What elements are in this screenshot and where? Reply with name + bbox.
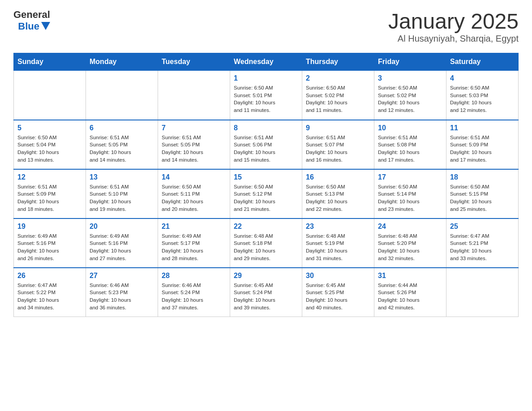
day-info: Sunrise: 6:50 AMSunset: 5:11 PMDaylight:… bbox=[162, 183, 226, 213]
weekday-header-cell: Wednesday bbox=[230, 53, 302, 71]
weekday-header-cell: Thursday bbox=[302, 53, 374, 71]
day-info: Sunrise: 6:51 AMSunset: 5:07 PMDaylight:… bbox=[306, 134, 370, 164]
logo-triangle-icon bbox=[41, 22, 50, 31]
day-info: Sunrise: 6:48 AMSunset: 5:19 PMDaylight:… bbox=[306, 232, 370, 262]
day-number: 14 bbox=[162, 173, 226, 181]
day-info: Sunrise: 6:49 AMSunset: 5:17 PMDaylight:… bbox=[162, 232, 226, 262]
day-info: Sunrise: 6:47 AMSunset: 5:22 PMDaylight:… bbox=[17, 282, 82, 312]
calendar-cell: 17Sunrise: 6:50 AMSunset: 5:14 PMDayligh… bbox=[374, 169, 446, 218]
calendar-cell: 13Sunrise: 6:51 AMSunset: 5:10 PMDayligh… bbox=[86, 169, 158, 218]
day-number: 23 bbox=[306, 223, 370, 231]
day-number: 25 bbox=[450, 223, 515, 231]
day-number: 22 bbox=[234, 223, 298, 231]
day-number: 18 bbox=[450, 173, 515, 181]
day-number: 15 bbox=[234, 173, 298, 181]
day-number: 7 bbox=[162, 124, 226, 132]
day-number: 3 bbox=[378, 74, 442, 82]
day-number: 11 bbox=[450, 124, 515, 132]
weekday-header-cell: Saturday bbox=[446, 53, 519, 71]
day-number: 1 bbox=[234, 74, 298, 82]
calendar-title: January 2025 bbox=[388, 9, 519, 34]
calendar-cell: 9Sunrise: 6:51 AMSunset: 5:07 PMDaylight… bbox=[302, 120, 374, 169]
day-number: 31 bbox=[378, 272, 442, 280]
calendar-table: SundayMondayTuesdayWednesdayThursdayFrid… bbox=[13, 53, 519, 317]
day-number: 30 bbox=[306, 272, 370, 280]
calendar-cell: 2Sunrise: 6:50 AMSunset: 5:02 PMDaylight… bbox=[302, 71, 374, 120]
weekday-header-cell: Friday bbox=[374, 53, 446, 71]
day-number: 26 bbox=[17, 272, 82, 280]
day-info: Sunrise: 6:46 AMSunset: 5:24 PMDaylight:… bbox=[162, 282, 226, 312]
calendar-cell: 4Sunrise: 6:50 AMSunset: 5:03 PMDaylight… bbox=[446, 71, 519, 120]
day-info: Sunrise: 6:51 AMSunset: 5:09 PMDaylight:… bbox=[17, 183, 82, 213]
day-info: Sunrise: 6:45 AMSunset: 5:24 PMDaylight:… bbox=[234, 282, 298, 312]
day-number: 28 bbox=[162, 272, 226, 280]
calendar-cell: 1Sunrise: 6:50 AMSunset: 5:01 PMDaylight… bbox=[230, 71, 302, 120]
day-info: Sunrise: 6:51 AMSunset: 5:10 PMDaylight:… bbox=[90, 183, 154, 213]
day-number: 27 bbox=[90, 272, 154, 280]
day-info: Sunrise: 6:51 AMSunset: 5:06 PMDaylight:… bbox=[234, 134, 298, 164]
day-number: 6 bbox=[90, 124, 154, 132]
day-number: 5 bbox=[17, 124, 82, 132]
calendar-cell: 28Sunrise: 6:46 AMSunset: 5:24 PMDayligh… bbox=[158, 268, 230, 317]
calendar-cell bbox=[158, 71, 230, 120]
calendar-cell: 29Sunrise: 6:45 AMSunset: 5:24 PMDayligh… bbox=[230, 268, 302, 317]
calendar-cell: 10Sunrise: 6:51 AMSunset: 5:08 PMDayligh… bbox=[374, 120, 446, 169]
weekday-header-row: SundayMondayTuesdayWednesdayThursdayFrid… bbox=[14, 53, 519, 71]
calendar-subtitle: Al Husayniyah, Sharqia, Egypt bbox=[388, 34, 519, 44]
calendar-week-row: 5Sunrise: 6:50 AMSunset: 5:04 PMDaylight… bbox=[14, 120, 519, 169]
day-number: 10 bbox=[378, 124, 442, 132]
calendar-cell: 26Sunrise: 6:47 AMSunset: 5:22 PMDayligh… bbox=[14, 268, 86, 317]
day-info: Sunrise: 6:46 AMSunset: 5:23 PMDaylight:… bbox=[90, 282, 154, 312]
day-info: Sunrise: 6:50 AMSunset: 5:02 PMDaylight:… bbox=[378, 84, 442, 114]
day-number: 17 bbox=[378, 173, 442, 181]
page-header: General Blue January 2025 Al Husayniyah,… bbox=[13, 9, 519, 44]
weekday-header-cell: Tuesday bbox=[158, 53, 230, 71]
day-info: Sunrise: 6:49 AMSunset: 5:16 PMDaylight:… bbox=[17, 232, 82, 262]
day-number: 24 bbox=[378, 223, 442, 231]
day-info: Sunrise: 6:50 AMSunset: 5:14 PMDaylight:… bbox=[378, 183, 442, 213]
day-number: 8 bbox=[234, 124, 298, 132]
day-info: Sunrise: 6:48 AMSunset: 5:20 PMDaylight:… bbox=[378, 232, 442, 262]
calendar-week-row: 19Sunrise: 6:49 AMSunset: 5:16 PMDayligh… bbox=[14, 218, 519, 268]
calendar-cell bbox=[14, 71, 86, 120]
day-number: 2 bbox=[306, 74, 370, 82]
calendar-cell: 23Sunrise: 6:48 AMSunset: 5:19 PMDayligh… bbox=[302, 218, 374, 268]
calendar-cell: 6Sunrise: 6:51 AMSunset: 5:05 PMDaylight… bbox=[86, 120, 158, 169]
day-info: Sunrise: 6:50 AMSunset: 5:04 PMDaylight:… bbox=[17, 134, 82, 164]
day-info: Sunrise: 6:50 AMSunset: 5:01 PMDaylight:… bbox=[234, 84, 298, 114]
logo: General Blue bbox=[13, 9, 50, 32]
day-number: 13 bbox=[90, 173, 154, 181]
logo-blue: Blue bbox=[18, 21, 39, 32]
calendar-cell: 22Sunrise: 6:48 AMSunset: 5:18 PMDayligh… bbox=[230, 218, 302, 268]
calendar-week-row: 26Sunrise: 6:47 AMSunset: 5:22 PMDayligh… bbox=[14, 268, 519, 317]
calendar-cell: 24Sunrise: 6:48 AMSunset: 5:20 PMDayligh… bbox=[374, 218, 446, 268]
calendar-cell: 3Sunrise: 6:50 AMSunset: 5:02 PMDaylight… bbox=[374, 71, 446, 120]
calendar-cell: 14Sunrise: 6:50 AMSunset: 5:11 PMDayligh… bbox=[158, 169, 230, 218]
calendar-cell: 27Sunrise: 6:46 AMSunset: 5:23 PMDayligh… bbox=[86, 268, 158, 317]
day-number: 19 bbox=[17, 223, 82, 231]
calendar-cell: 8Sunrise: 6:51 AMSunset: 5:06 PMDaylight… bbox=[230, 120, 302, 169]
day-info: Sunrise: 6:50 AMSunset: 5:15 PMDaylight:… bbox=[450, 183, 515, 213]
calendar-cell bbox=[86, 71, 158, 120]
calendar-cell: 20Sunrise: 6:49 AMSunset: 5:16 PMDayligh… bbox=[86, 218, 158, 268]
calendar-week-row: 12Sunrise: 6:51 AMSunset: 5:09 PMDayligh… bbox=[14, 169, 519, 218]
day-info: Sunrise: 6:50 AMSunset: 5:02 PMDaylight:… bbox=[306, 84, 370, 114]
day-number: 20 bbox=[90, 223, 154, 231]
day-number: 21 bbox=[162, 223, 226, 231]
calendar-cell: 5Sunrise: 6:50 AMSunset: 5:04 PMDaylight… bbox=[14, 120, 86, 169]
calendar-cell: 18Sunrise: 6:50 AMSunset: 5:15 PMDayligh… bbox=[446, 169, 519, 218]
calendar-cell: 16Sunrise: 6:50 AMSunset: 5:13 PMDayligh… bbox=[302, 169, 374, 218]
day-info: Sunrise: 6:50 AMSunset: 5:12 PMDaylight:… bbox=[234, 183, 298, 213]
day-info: Sunrise: 6:51 AMSunset: 5:09 PMDaylight:… bbox=[450, 134, 515, 164]
day-number: 29 bbox=[234, 272, 298, 280]
calendar-cell: 15Sunrise: 6:50 AMSunset: 5:12 PMDayligh… bbox=[230, 169, 302, 218]
calendar-cell bbox=[446, 268, 519, 317]
day-info: Sunrise: 6:51 AMSunset: 5:05 PMDaylight:… bbox=[90, 134, 154, 164]
svg-marker-0 bbox=[41, 22, 50, 30]
day-info: Sunrise: 6:47 AMSunset: 5:21 PMDaylight:… bbox=[450, 232, 515, 262]
weekday-header-cell: Monday bbox=[86, 53, 158, 71]
day-number: 9 bbox=[306, 124, 370, 132]
day-number: 4 bbox=[450, 74, 515, 82]
day-info: Sunrise: 6:51 AMSunset: 5:05 PMDaylight:… bbox=[162, 134, 226, 164]
day-info: Sunrise: 6:50 AMSunset: 5:13 PMDaylight:… bbox=[306, 183, 370, 213]
